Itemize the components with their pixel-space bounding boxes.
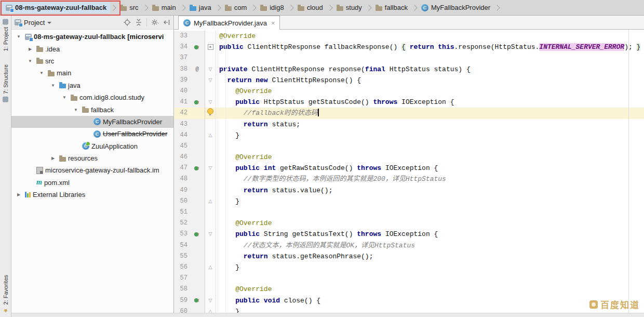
overrides-method-icon[interactable]: ↑ (194, 232, 200, 237)
line-number[interactable]: 60 (174, 306, 190, 313)
tree-item[interactable]: ZuulApplication (11, 140, 173, 152)
line-number[interactable]: 54 (174, 240, 190, 251)
tree-chevron-icon[interactable]: ▼ (49, 83, 57, 88)
line-number[interactable]: 48 (174, 174, 190, 184)
fold-marker-area[interactable]: ▽ (205, 163, 216, 174)
breadcrumb-item[interactable]: idig8 (257, 2, 287, 13)
line-number[interactable]: 55 (174, 251, 190, 262)
code-line[interactable]: 49 return status.value(); (174, 185, 644, 196)
tree-item[interactable]: ▼java (11, 80, 173, 91)
code-line[interactable]: 38@▽private ClientHttpResponse response(… (174, 64, 644, 75)
line-number[interactable]: 59 (174, 295, 190, 306)
breadcrumb-item[interactable]: com (221, 2, 251, 13)
code-line[interactable]: 55 return status.getReasonPhrase(); (174, 251, 644, 262)
tab-close-icon[interactable]: × (271, 19, 275, 27)
chevron-down-icon[interactable] (47, 22, 51, 24)
code-line[interactable]: 53↑▽ public String getStatusText() throw… (174, 229, 644, 240)
line-number[interactable]: 58 (174, 284, 190, 295)
tree-item[interactable]: ▼08-ms-gateway-zuul-fallback [microservi (11, 31, 173, 43)
code-line[interactable]: 44△ } (174, 130, 644, 141)
line-number[interactable]: 34 (174, 42, 190, 52)
fold-marker-area[interactable]: + (205, 42, 216, 52)
tree-item[interactable]: ▼src (11, 55, 173, 67)
overrides-method-icon[interactable]: ↑ (194, 100, 200, 105)
line-number[interactable]: 46 (174, 152, 190, 163)
tool-window-button[interactable]: 7: Structure (3, 64, 9, 102)
fold-marker-area[interactable]: ▽ (205, 75, 216, 86)
fold-marker-area[interactable]: ▽ (205, 295, 216, 306)
breadcrumb-item[interactable]: fallback (372, 2, 411, 13)
breadcrumb-item[interactable]: main (149, 2, 180, 13)
overrides-method-icon[interactable]: ↑ (194, 45, 200, 50)
tree-item[interactable]: ▶.idea (11, 43, 173, 55)
tree-item[interactable]: ▼com.idig8.cloud.study (11, 91, 173, 103)
settings-gear-icon[interactable] (151, 19, 159, 26)
line-number[interactable]: 42 (174, 108, 190, 118)
code-line[interactable]: 37 (174, 52, 644, 63)
line-number[interactable]: 53 (174, 229, 190, 240)
fold-marker-area[interactable] (205, 108, 216, 118)
line-number[interactable]: 41 (174, 97, 190, 108)
code-line[interactable]: 59↑▽ public void close() { (174, 295, 644, 306)
code-line[interactable]: 52 @Override (174, 218, 644, 229)
fold-marker-area[interactable]: ▽ (205, 229, 216, 240)
tool-window-button[interactable]: ★2: Favorites (3, 275, 9, 314)
line-number[interactable]: 45 (174, 141, 190, 152)
tree-chevron-icon[interactable]: ▼ (37, 71, 46, 75)
select-opened-file-icon[interactable] (124, 19, 131, 26)
tree-chevron-icon[interactable]: ▼ (60, 95, 69, 100)
code-line[interactable]: 34↑+public ClientHttpResponse fallbackRe… (174, 42, 644, 52)
tree-item[interactable]: ▶External Libraries (11, 189, 173, 201)
breadcrumb-item[interactable]: MyFallbackProvider (418, 2, 494, 13)
tree-chevron-icon[interactable]: ▶ (15, 192, 23, 197)
code-line[interactable]: 42 //fallback时的状态码 (174, 108, 644, 118)
tree-chevron-icon[interactable]: ▼ (26, 59, 34, 63)
breadcrumb-item[interactable]: src (116, 2, 142, 13)
code-line[interactable]: 50△ } (174, 196, 644, 207)
tree-item[interactable]: ▼fallback (11, 103, 173, 115)
line-number[interactable]: 40 (174, 86, 190, 97)
overrides-method-icon[interactable]: ↑ (194, 298, 200, 303)
breadcrumb-item[interactable]: java (186, 2, 215, 13)
line-number[interactable]: 44 (174, 130, 190, 141)
code-line[interactable]: 54 //状态文本，本例返回的其实就是OK，详见HttpStatus (174, 240, 644, 251)
tree-item[interactable]: ▼main (11, 67, 173, 79)
line-number[interactable]: 39 (174, 75, 190, 86)
code-line[interactable]: 58 @Override (174, 284, 644, 295)
fold-marker-area[interactable]: △ (205, 262, 216, 273)
tree-chevron-icon[interactable]: ▼ (72, 108, 80, 112)
fold-expand-icon[interactable]: + (208, 44, 213, 50)
code-line[interactable]: 39▽ return new ClientHttpResponse() { (174, 75, 644, 86)
breadcrumb-item[interactable]: 08-ms-gateway-zuul-fallback (2, 2, 110, 13)
line-number[interactable]: 33 (174, 31, 190, 42)
line-number[interactable]: 38 (174, 64, 190, 75)
tree-item[interactable]: MyFallbackProvider (11, 116, 173, 128)
line-number[interactable]: 47 (174, 163, 190, 174)
code-line[interactable]: 43 return status; (174, 119, 644, 130)
line-number[interactable]: 43 (174, 119, 190, 130)
code-line[interactable]: 47↑▽ public int getRawStatusCode() throw… (174, 163, 644, 174)
intention-bulb-icon[interactable] (207, 108, 213, 114)
code-line[interactable]: 41↑▽ public HttpStatus getStatusCode() t… (174, 97, 644, 108)
tree-item[interactable]: UserFallbackProvider (11, 128, 173, 140)
code-line[interactable]: 51 (174, 207, 644, 218)
fold-marker-area[interactable]: ▽ (205, 64, 216, 75)
panel-title[interactable]: Project (24, 19, 45, 27)
tree-item[interactable]: pom.xml (11, 177, 173, 189)
editor-tab[interactable]: MyFallbackProvider.java × (178, 16, 280, 30)
overrides-method-icon[interactable]: ↑ (194, 166, 200, 171)
breadcrumb-item[interactable]: cloud (294, 2, 327, 13)
line-number[interactable]: 49 (174, 185, 190, 196)
line-number[interactable]: 51 (174, 207, 190, 218)
code-line[interactable]: 48 //数字类型的状态码，本例返回的其实就是200，详见HttpStatus (174, 174, 644, 184)
line-number[interactable]: 37 (174, 52, 190, 63)
line-number[interactable]: 50 (174, 196, 190, 207)
line-number[interactable]: 56 (174, 262, 190, 273)
hide-panel-icon[interactable] (163, 19, 170, 26)
code-line[interactable]: 45 (174, 141, 644, 152)
line-number[interactable]: 57 (174, 273, 190, 284)
code-line[interactable]: 40 @Override (174, 86, 644, 97)
tree-chevron-icon[interactable]: ▶ (49, 156, 57, 161)
tree-chevron-icon[interactable]: ▶ (26, 47, 34, 51)
code-line[interactable]: 60△ } (174, 306, 644, 313)
